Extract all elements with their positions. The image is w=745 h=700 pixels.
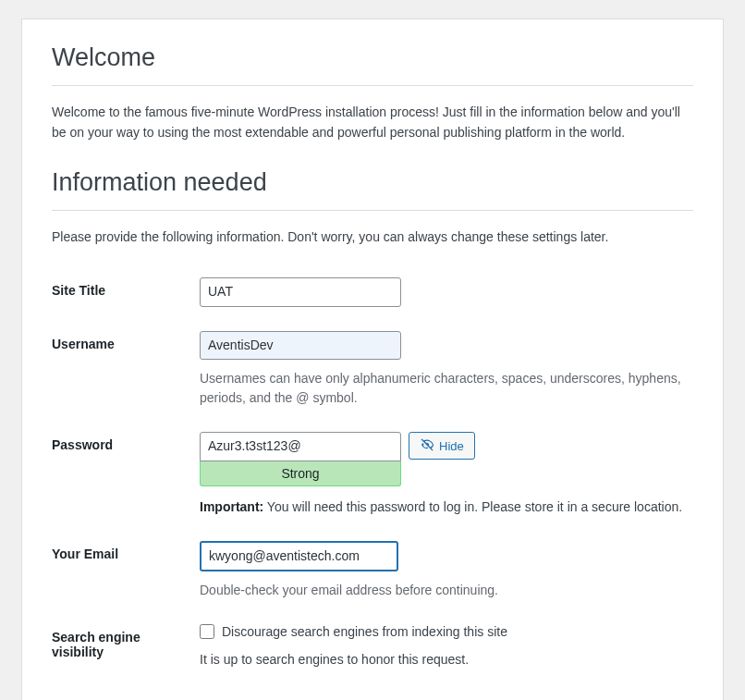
username-input[interactable] — [200, 331, 401, 361]
discourage-note: It is up to search engines to honor this… — [200, 652, 693, 667]
site-title-input[interactable] — [200, 277, 401, 307]
password-important-note: Important: You will need this password t… — [200, 497, 693, 517]
search-visibility-label: Search engine visibility — [52, 615, 200, 682]
password-label: Password — [52, 423, 200, 532]
email-hint: Double-check your email address before c… — [200, 581, 693, 600]
discourage-checkbox[interactable] — [200, 624, 214, 639]
hide-button-label: Hide — [439, 439, 464, 453]
password-input[interactable] — [200, 432, 401, 461]
welcome-intro-text: Welcome to the famous five-minute WordPr… — [52, 103, 693, 142]
site-title-label: Site Title — [52, 268, 200, 322]
hide-password-button[interactable]: Hide — [409, 432, 475, 460]
username-hint: Usernames can have only alphanumeric cha… — [200, 369, 693, 408]
username-label: Username — [52, 322, 200, 424]
password-strength-indicator: Strong — [200, 461, 401, 486]
info-intro-text: Please provide the following information… — [52, 227, 693, 248]
welcome-heading: Welcome — [52, 38, 693, 86]
email-label: Your Email — [52, 532, 200, 616]
eye-slash-icon — [420, 437, 434, 455]
information-needed-heading: Information needed — [52, 163, 693, 211]
discourage-checkbox-label: Discourage search engines from indexing … — [222, 624, 507, 639]
install-form-container: Welcome Welcome to the famous five-minut… — [21, 18, 724, 700]
email-input[interactable] — [200, 541, 398, 572]
